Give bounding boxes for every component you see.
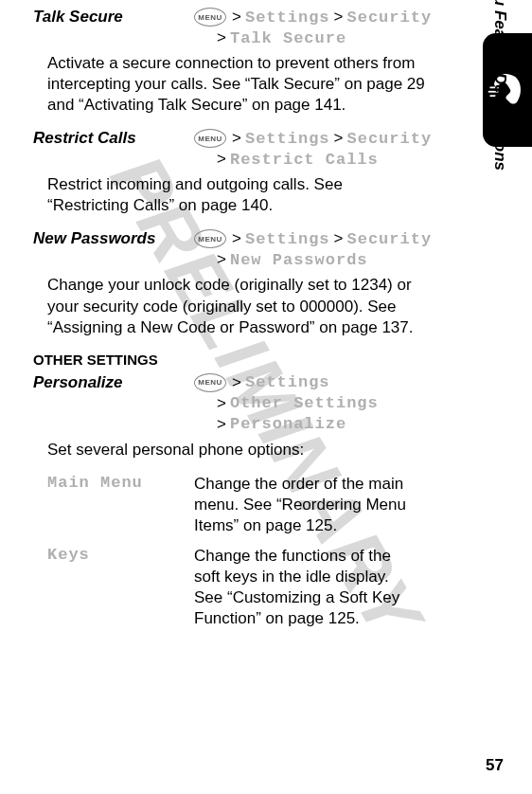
page-number: 57 <box>486 756 504 775</box>
menu-path: MENU > Settings > Other Settings > Perso… <box>194 373 426 436</box>
side-section-label: Menu Feature Descriptions <box>490 0 509 171</box>
separator: > <box>232 8 241 27</box>
crumb-security: Security <box>347 230 433 248</box>
separator: > <box>334 129 344 148</box>
option-desc: Change the order of the main menu. See “… <box>194 474 421 536</box>
crumb-other-settings: Other Settings <box>230 394 379 412</box>
menu-icon: MENU <box>194 229 226 248</box>
separator: > <box>217 415 226 434</box>
entry-lead: Set several personal phone options: <box>47 440 426 460</box>
crumb-security: Security <box>347 9 433 27</box>
separator: > <box>232 373 241 392</box>
option-name: Main Menu <box>47 474 194 536</box>
menu-path: MENU > Settings > Security > Restrict Ca… <box>194 129 432 171</box>
crumb-personalize: Personalize <box>230 415 346 433</box>
option-name: Keys <box>47 546 194 629</box>
menu-path: MENU > Settings > Security > Talk Secure <box>194 8 432 49</box>
entry-personalize: Personalize MENU > Settings > Other Sett… <box>33 373 426 460</box>
crumb-security: Security <box>347 130 433 148</box>
entry-talk-secure: Talk Secure MENU > Settings > Security >… <box>33 8 426 116</box>
separator: > <box>217 28 226 47</box>
crumb-settings: Settings <box>245 9 330 27</box>
separator: > <box>232 229 241 248</box>
menu-icon: MENU <box>194 8 226 27</box>
section-heading-other-settings: OTHER SETTINGS <box>33 352 426 368</box>
entry-body: Change your unlock code (originally set … <box>47 275 426 337</box>
entry-new-passwords: New Passwords MENU > Settings > Security… <box>33 229 426 337</box>
crumb-settings: Settings <box>245 130 330 148</box>
crumb-talk-secure: Talk Secure <box>230 29 346 47</box>
menu-icon: MENU <box>194 373 226 392</box>
crumb-settings: Settings <box>245 373 330 391</box>
entry-title: Restrict Calls <box>33 129 194 148</box>
entry-title: New Passwords <box>33 229 194 248</box>
crumb-restrict-calls: Restrict Calls <box>230 151 379 169</box>
crumb-new-passwords: New Passwords <box>230 251 368 269</box>
separator: > <box>217 394 226 413</box>
separator: > <box>334 229 344 248</box>
separator: > <box>217 150 226 169</box>
option-main-menu: Main Menu Change the order of the main m… <box>47 474 426 536</box>
menu-path: MENU > Settings > Security > New Passwor… <box>194 229 432 271</box>
option-keys: Keys Change the functions of the soft ke… <box>47 546 426 629</box>
entry-body: Restrict incoming and outgoing calls. Se… <box>47 174 426 216</box>
separator: > <box>217 250 226 269</box>
separator: > <box>334 8 344 27</box>
separator: > <box>232 129 241 148</box>
entry-title: Talk Secure <box>33 8 194 27</box>
entry-title: Personalize <box>33 373 194 392</box>
crumb-settings: Settings <box>245 230 330 248</box>
entry-restrict-calls: Restrict Calls MENU > Settings > Securit… <box>33 129 426 216</box>
option-desc: Change the functions of the soft keys in… <box>194 546 421 629</box>
page-content: Talk Secure MENU > Settings > Security >… <box>0 0 478 630</box>
menu-icon: MENU <box>194 129 226 148</box>
entry-body: Activate a secure connection to prevent … <box>47 53 426 116</box>
